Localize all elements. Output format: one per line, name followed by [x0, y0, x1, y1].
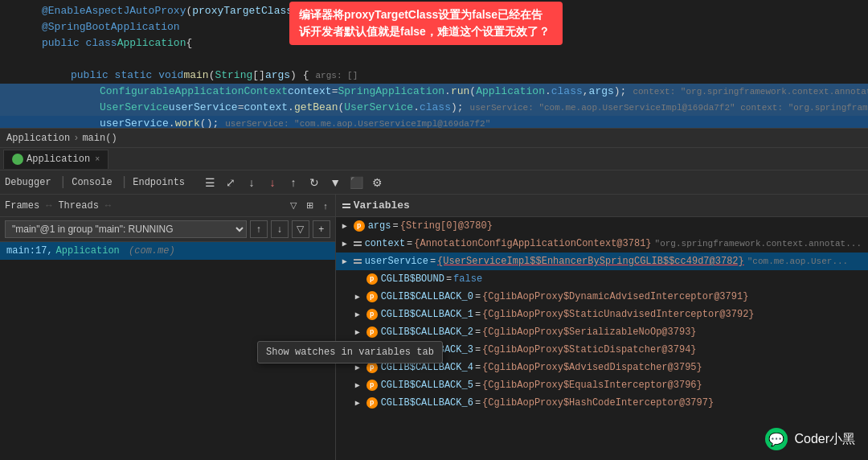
var-cglib-cb1[interactable]: ▶ p CGLIB$CALLBACK_1 = {CglibAopProxy$St…: [336, 306, 868, 323]
wechat-icon: 💬: [765, 428, 788, 450]
var-userservice[interactable]: ▶ userService = {UserServiceImpl$$Enhanc…: [336, 253, 868, 270]
watermark-text: Coder小黑: [794, 431, 855, 448]
breadcrumb-bar: Application › main(): [0, 129, 868, 148]
frames-label: Frames: [5, 200, 39, 212]
left-panel: Frames ↔ Threads ↔ ▽ ⊞ ↑ "main"@1 in gro…: [0, 195, 336, 460]
breadcrumb-part1: Application: [6, 133, 70, 144]
toolbar-settings-icon[interactable]: ⚙: [368, 174, 386, 191]
toolbar-upload-icon[interactable]: ↓: [264, 174, 281, 191]
variables-icon: [342, 203, 350, 208]
code-line-5: public static void main(String[] args) {…: [0, 68, 868, 84]
tooltip-show-watches: Show watches in variables tab: [257, 341, 443, 363]
frames-filter-icon[interactable]: ▽: [288, 199, 299, 212]
thread-next-btn[interactable]: ↓: [271, 220, 289, 238]
debug-area: Frames ↔ Threads ↔ ▽ ⊞ ↑ "main"@1 in gro…: [0, 195, 868, 460]
debugger-label: Debugger: [5, 177, 51, 188]
debug-toolbar: Debugger | Console | Endpoints ☰ ⤢ ↓ ↓ ↑…: [0, 170, 868, 195]
var-icon-p5: p: [366, 327, 378, 338]
thread-filter-btn[interactable]: ▽: [292, 220, 309, 238]
var-icon-p9: p: [366, 397, 378, 409]
frame-item-0[interactable]: main:17, Application (com.me): [0, 242, 335, 260]
frames-copy-icon[interactable]: ⊞: [304, 199, 316, 212]
var-cglib-cb0[interactable]: ▶ p CGLIB$CALLBACK_0 = {CglibAopProxy$Dy…: [336, 288, 868, 306]
var-icon-p2: p: [366, 273, 378, 285]
var-context[interactable]: ▶ context = {AnnotationConfigApplication…: [336, 235, 868, 253]
var-icon-p7: p: [366, 362, 378, 373]
var-icon-p8: p: [366, 380, 378, 391]
var-cglib-bound[interactable]: p CGLIB$BOUND = false: [336, 270, 868, 288]
var-eq-icon: [354, 241, 362, 246]
tab-application[interactable]: Application ×: [3, 150, 108, 169]
tab-close-button[interactable]: ×: [95, 155, 100, 164]
toolbar-step-icon[interactable]: ↻: [305, 174, 323, 191]
tooltip-text: Show watches in variables tab: [266, 347, 434, 358]
variables-label: Variables: [354, 199, 410, 212]
var-args[interactable]: ▶ p args = {String[0]@3780}: [336, 217, 868, 235]
var-cglib-cb2[interactable]: ▶ p CGLIB$CALLBACK_2 = {CglibAopProxy$Se…: [336, 323, 868, 341]
breadcrumb-sep: ›: [73, 133, 79, 144]
code-line-7: UserService userService = context.getBea…: [0, 100, 868, 116]
right-panel: Variables ▶ p args = {String[0]@3780} ▶ …: [336, 195, 868, 460]
toolbar-list-icon[interactable]: ☰: [201, 174, 219, 191]
watermark: 💬 Coder小黑: [765, 428, 855, 450]
frames-export-icon[interactable]: ↑: [321, 200, 330, 212]
annotation-bubble: 编译器将proxyTargetClass设置为false已经在告诉开发者默认值就…: [289, 2, 563, 45]
var-cglib-cb5[interactable]: ▶ p CGLIB$CALLBACK_5 = {CglibAopProxy$Eq…: [336, 376, 868, 394]
frames-header: Frames ↔ Threads ↔ ▽ ⊞ ↑: [0, 195, 335, 217]
thread-prev-btn[interactable]: ↑: [250, 220, 268, 238]
tab-label: Application: [27, 154, 90, 165]
console-label[interactable]: Console: [72, 177, 112, 188]
code-line-8: userService.work();userService: "com.me.…: [0, 116, 868, 129]
toolbar-upload2-icon[interactable]: ↑: [285, 174, 302, 191]
var-icon-p3: p: [366, 291, 378, 302]
application-tab-icon: [12, 154, 23, 165]
endpoints-label[interactable]: Endpoints: [133, 177, 185, 188]
toolbar-expand-icon[interactable]: ⤢: [222, 174, 240, 191]
variables-list: ▶ p args = {String[0]@3780} ▶ context = …: [336, 217, 868, 460]
breadcrumb-part2: main(): [82, 133, 117, 144]
tab-bar: Application ×: [0, 148, 868, 170]
toolbar-download-icon[interactable]: ↓: [243, 174, 260, 191]
var-icon-p4: p: [366, 309, 378, 320]
variables-header: Variables: [336, 195, 868, 217]
var-icon-p: p: [354, 220, 365, 232]
thread-select[interactable]: "main"@1 in group "main": RUNNING: [5, 220, 247, 238]
toolbar-camera-icon[interactable]: ⬛: [347, 174, 365, 191]
threads-label: Threads: [58, 200, 98, 212]
var-eq-icon2: [354, 259, 362, 264]
thread-add-btn[interactable]: +: [313, 220, 330, 238]
toolbar-filter-icon[interactable]: ▼: [326, 174, 344, 191]
code-line-4: [0, 51, 868, 68]
code-line-6: ConfigurableApplicationContext context =…: [0, 84, 868, 100]
threads-dropdown: "main"@1 in group "main": RUNNING ↑ ↓ ▽ …: [0, 217, 335, 242]
code-editor: @EnableAspectJAutoProxy(proxyTargetClass…: [0, 0, 868, 129]
var-cglib-cb6[interactable]: ▶ p CGLIB$CALLBACK_6 = {CglibAopProxy$Ha…: [336, 394, 868, 412]
